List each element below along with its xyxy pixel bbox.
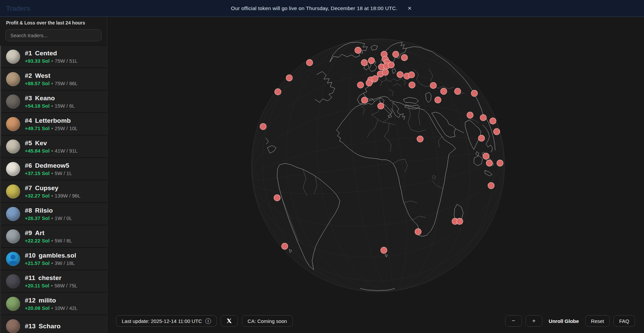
trader-pnl: +20.11 Sol xyxy=(25,283,49,288)
location-marker[interactable] xyxy=(493,128,500,135)
location-marker[interactable] xyxy=(409,82,415,88)
trader-info: #2West +88.57 Sol•75W / 86L xyxy=(25,72,77,86)
location-marker[interactable] xyxy=(467,112,473,118)
location-marker[interactable] xyxy=(488,182,494,189)
location-marker[interactable] xyxy=(366,80,372,86)
location-marker[interactable] xyxy=(286,75,292,81)
trader-rank: #5 xyxy=(25,140,32,147)
location-marker[interactable] xyxy=(486,160,492,166)
trader-info: #3Keano +54.18 Sol•15W / 6L xyxy=(25,95,75,109)
trader-pnl: +93.33 Sol xyxy=(25,58,50,64)
location-marker[interactable] xyxy=(408,72,415,78)
trader-record: 139W / 96L xyxy=(55,193,80,199)
zoom-out-button[interactable]: − xyxy=(505,315,522,327)
trader-info: #11chester +20.11 Sol•58W / 75L xyxy=(25,274,77,288)
trader-record: 3W / 18L xyxy=(55,260,75,266)
trader-avatar xyxy=(6,252,20,266)
location-marker[interactable] xyxy=(417,136,423,142)
location-marker[interactable] xyxy=(430,82,436,89)
trader-row[interactable]: #2West +88.57 Sol•75W / 86L xyxy=(0,67,107,90)
trader-info: #1Cented +93.33 Sol•75W / 51L xyxy=(25,50,77,64)
location-marker[interactable] xyxy=(355,47,361,53)
trader-pnl: +21.57 Sol xyxy=(25,260,50,266)
location-marker[interactable] xyxy=(392,51,399,57)
trader-pnl: +49.71 Sol xyxy=(25,125,50,131)
location-marker[interactable] xyxy=(281,243,288,249)
trader-avatar xyxy=(6,274,20,288)
zoom-in-button[interactable]: + xyxy=(526,315,542,327)
trader-name: chester xyxy=(38,274,61,281)
trader-record: 75W / 86L xyxy=(55,80,77,86)
location-marker[interactable] xyxy=(306,59,313,66)
trader-row[interactable]: #12milito +20.08 Sol•10W / 42L xyxy=(0,292,107,315)
sidebar-subtitle: Profit & Loss over the last 24 hours xyxy=(0,17,107,25)
trader-info: #13Scharo xyxy=(25,323,61,330)
trader-record: 10W / 42L xyxy=(55,305,77,311)
location-marker[interactable] xyxy=(457,218,463,225)
location-marker[interactable] xyxy=(275,89,281,95)
traders-sidebar: Profit & Loss over the last 24 hours #1C… xyxy=(0,17,107,333)
location-marker[interactable] xyxy=(478,135,485,142)
trader-rank: #10 xyxy=(25,252,36,259)
location-marker[interactable] xyxy=(397,71,403,78)
x-logo-icon xyxy=(226,318,232,324)
trader-name: Dedmeow5 xyxy=(35,162,69,169)
location-marker[interactable] xyxy=(378,103,384,109)
location-marker[interactable] xyxy=(357,82,364,88)
location-marker[interactable] xyxy=(368,57,375,64)
location-marker[interactable] xyxy=(401,54,408,61)
location-marker[interactable] xyxy=(483,153,489,159)
location-marker[interactable] xyxy=(260,123,266,130)
trader-row[interactable]: #5Kev +45.84 Sol•41W / 91L xyxy=(0,135,107,157)
location-marker[interactable] xyxy=(381,247,387,254)
trader-row[interactable]: #6Dedmeow5 +37.15 Sol•5W / 1L xyxy=(0,157,107,180)
trader-record: 58W / 75L xyxy=(54,283,77,288)
trader-row[interactable]: #1Cented +93.33 Sol•75W / 51L xyxy=(0,45,107,67)
location-marker[interactable] xyxy=(454,88,461,95)
location-marker[interactable] xyxy=(388,62,394,68)
faq-button[interactable]: FAQ xyxy=(613,315,635,327)
location-marker[interactable] xyxy=(435,97,441,103)
trader-row[interactable]: #11chester +20.11 Sol•58W / 75L xyxy=(0,270,107,292)
trader-row[interactable]: #13Scharo xyxy=(0,315,107,333)
sidebar-scrollbar[interactable] xyxy=(0,45,1,333)
trader-avatar xyxy=(6,319,20,333)
trader-rank: #13 xyxy=(25,323,36,330)
trader-row[interactable]: #3Keano +54.18 Sol•15W / 6L xyxy=(0,90,107,112)
trader-list: #1Cented +93.33 Sol•75W / 51L #2West +88… xyxy=(0,45,107,333)
trader-row[interactable]: #7Cupsey +32.27 Sol•139W / 96L xyxy=(0,180,107,202)
sidebar-scrollbar-thumb[interactable] xyxy=(0,46,1,146)
trader-info: #8Rilsio +26.37 Sol•1W / 0L xyxy=(25,207,72,221)
location-marker[interactable] xyxy=(382,69,388,75)
location-marker[interactable] xyxy=(497,160,503,166)
location-marker[interactable] xyxy=(361,97,368,103)
trader-record: 25W / 10L xyxy=(55,125,77,131)
separator-dot: • xyxy=(51,215,53,221)
location-marker[interactable] xyxy=(274,195,280,201)
globe[interactable] xyxy=(251,39,505,292)
reset-button[interactable]: Reset xyxy=(585,315,610,327)
trader-row[interactable]: #10gambles.sol +21.57 Sol•3W / 18L xyxy=(0,247,107,270)
info-icon[interactable] xyxy=(205,318,211,324)
search-input[interactable] xyxy=(5,29,102,41)
trader-rank: #12 xyxy=(25,297,36,304)
trader-pnl: +54.18 Sol xyxy=(25,103,50,109)
trader-row[interactable]: #9Art +22.22 Sol•5W / 8L xyxy=(0,225,107,247)
trader-rank: #8 xyxy=(25,207,32,214)
trader-record: 75W / 51L xyxy=(55,58,77,64)
location-marker[interactable] xyxy=(440,88,447,95)
banner-close-button[interactable]: ✕ xyxy=(406,4,413,12)
location-marker[interactable] xyxy=(490,118,496,124)
location-marker[interactable] xyxy=(372,75,378,82)
separator-dot: • xyxy=(51,148,53,154)
trader-row[interactable]: #8Rilsio +26.37 Sol•1W / 0L xyxy=(0,202,107,225)
trader-avatar xyxy=(6,117,20,131)
trader-name: Kev xyxy=(35,140,47,147)
x-twitter-button[interactable] xyxy=(221,315,238,327)
location-marker[interactable] xyxy=(480,114,486,121)
location-marker[interactable] xyxy=(415,229,421,235)
location-marker[interactable] xyxy=(361,59,368,66)
unroll-globe-button[interactable]: Unroll Globe xyxy=(546,315,582,327)
trader-row[interactable]: #4Letterbomb +49.71 Sol•25W / 10L xyxy=(0,112,107,135)
location-marker[interactable] xyxy=(471,90,478,97)
